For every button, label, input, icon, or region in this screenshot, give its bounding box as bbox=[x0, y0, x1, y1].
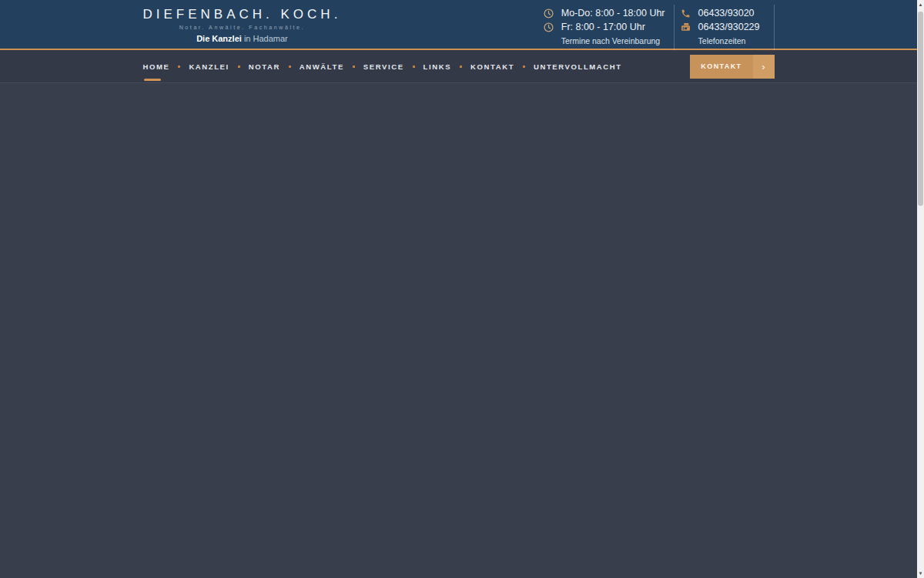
logo-tagline-rest: in Hadamar bbox=[244, 34, 288, 43]
nav-link-untervollmacht[interactable]: UNTERVOLLMACHT bbox=[534, 62, 622, 71]
header-container: DIEFENBACH. KOCH. Notar. Anwälte. Fachan… bbox=[143, 0, 775, 49]
nav-link-kontakt[interactable]: KONTAKT bbox=[470, 62, 514, 71]
nav-separator-dot bbox=[289, 66, 291, 68]
phone-icon bbox=[681, 8, 691, 18]
scrollbar[interactable]: ▲ ▼ bbox=[917, 0, 924, 578]
nav-separator-dot bbox=[178, 66, 180, 68]
nav-item-untervollmacht: UNTERVOLLMACHT bbox=[534, 62, 622, 71]
clock-icon bbox=[544, 22, 554, 32]
nav-link-home[interactable]: HOME bbox=[143, 62, 170, 71]
nav-item-kanzlei: KANZLEI bbox=[189, 62, 248, 71]
hours-note: Termine nach Vereinbarung bbox=[561, 36, 665, 45]
opening-hours: Mo-Do: 8:00 - 18:00 Uhr Fr: 8:00 - 17:00… bbox=[544, 5, 674, 50]
logo-subtitle: Notar. Anwälte. Fachanwälte. bbox=[143, 25, 342, 30]
nav-container: HOME KANZLEI NOTAR ANWÄLTE SERVICE LINKS… bbox=[143, 50, 775, 82]
hours-row: Mo-Do: 8:00 - 18:00 Uhr bbox=[544, 6, 665, 20]
page-content bbox=[0, 83, 917, 577]
scroll-up-arrow-icon[interactable]: ▲ bbox=[917, 0, 924, 9]
phone-row: 06433/93020 bbox=[681, 6, 760, 20]
nav-separator-dot bbox=[413, 66, 415, 68]
logo-tagline: Die Kanzlei in Hadamar bbox=[143, 34, 342, 43]
nav-link-service[interactable]: SERVICE bbox=[363, 62, 404, 71]
fax-icon bbox=[681, 22, 691, 32]
nav-list: HOME KANZLEI NOTAR ANWÄLTE SERVICE LINKS… bbox=[143, 62, 622, 71]
nav-item-kontakt: KONTAKT bbox=[470, 62, 534, 71]
nav-item-links: LINKS bbox=[424, 62, 471, 71]
browser-viewport: DIEFENBACH. KOCH. Notar. Anwälte. Fachan… bbox=[0, 0, 917, 578]
logo[interactable]: DIEFENBACH. KOCH. Notar. Anwälte. Fachan… bbox=[143, 0, 342, 43]
nav-link-anwaelte[interactable]: ANWÄLTE bbox=[300, 62, 344, 71]
nav-item-service: SERVICE bbox=[363, 62, 424, 71]
scrollbar-thumb[interactable] bbox=[918, 12, 923, 206]
phone-numbers: 06433/93020 06433/930229 Telefonzeiten bbox=[674, 5, 775, 50]
hours-text: Fr: 8:00 - 17:00 Uhr bbox=[561, 22, 645, 32]
phone-note: Telefonzeiten bbox=[698, 36, 760, 45]
logo-title: DIEFENBACH. KOCH. bbox=[143, 7, 342, 22]
cta-label: KONTAKT bbox=[690, 55, 752, 79]
logo-tagline-bold: Die Kanzlei bbox=[196, 34, 242, 43]
nav-separator-dot bbox=[460, 66, 462, 68]
fax-row: 06433/930229 bbox=[681, 20, 760, 34]
nav-link-links[interactable]: LINKS bbox=[424, 62, 452, 71]
phone-text[interactable]: 06433/93020 bbox=[698, 8, 755, 18]
hours-text: Mo-Do: 8:00 - 18:00 Uhr bbox=[561, 8, 665, 18]
chevron-right-icon: › bbox=[753, 55, 775, 79]
main-navigation: HOME KANZLEI NOTAR ANWÄLTE SERVICE LINKS… bbox=[0, 50, 917, 83]
clock-icon bbox=[544, 8, 554, 18]
nav-link-kanzlei[interactable]: KANZLEI bbox=[189, 62, 229, 71]
kontakt-cta-button[interactable]: KONTAKT › bbox=[690, 55, 774, 79]
page: DIEFENBACH. KOCH. Notar. Anwälte. Fachan… bbox=[0, 0, 924, 578]
scroll-down-arrow-icon[interactable]: ▼ bbox=[917, 569, 924, 578]
hours-row: Fr: 8:00 - 17:00 Uhr bbox=[544, 20, 665, 34]
header-info: Mo-Do: 8:00 - 18:00 Uhr Fr: 8:00 - 17:00… bbox=[544, 5, 775, 50]
nav-link-notar[interactable]: NOTAR bbox=[249, 62, 280, 71]
nav-item-anwaelte: ANWÄLTE bbox=[300, 62, 363, 71]
nav-item-notar: NOTAR bbox=[249, 62, 300, 71]
fax-text: 06433/930229 bbox=[698, 22, 760, 32]
nav-separator-dot bbox=[353, 66, 355, 68]
nav-separator-dot bbox=[523, 66, 525, 68]
nav-separator-dot bbox=[238, 66, 240, 68]
nav-item-home: HOME bbox=[143, 62, 189, 71]
site-header: DIEFENBACH. KOCH. Notar. Anwälte. Fachan… bbox=[0, 0, 917, 49]
